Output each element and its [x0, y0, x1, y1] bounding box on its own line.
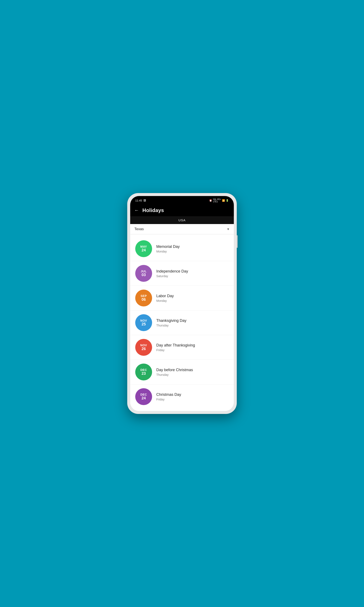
holiday-name: Independence Day: [156, 269, 188, 274]
date-day: 24: [142, 396, 146, 400]
date-month: Dec: [140, 393, 147, 396]
battery-icon: 🔋: [226, 199, 229, 202]
holiday-list: May24Memorial DayMondayJul03Independence…: [130, 234, 234, 411]
network-label: VoL 4G+LTE1: [213, 198, 221, 203]
holiday-name: Day after Thanksgiving: [156, 343, 195, 348]
holiday-info: Memorial DayMonday: [156, 244, 180, 253]
holiday-item[interactable]: Nov25Thanksgiving DayThursday: [130, 310, 234, 335]
date-day: 24: [142, 248, 146, 252]
holiday-weekday: Saturday: [156, 274, 188, 278]
date-month: Nov: [140, 343, 147, 347]
holiday-name: Thanksgiving Day: [156, 318, 186, 323]
date-circle: Dec24: [135, 388, 152, 405]
date-day: 06: [142, 298, 146, 302]
holiday-info: Independence DaySaturday: [156, 269, 188, 278]
chevron-down-icon: ▼: [227, 227, 230, 231]
holiday-item[interactable]: Nov26Day after ThanksgivingFriday: [130, 335, 234, 360]
page-title: Holidays: [143, 207, 164, 213]
state-selector[interactable]: Texas ▼: [130, 224, 234, 234]
date-circle: Sep06: [135, 290, 152, 306]
holiday-item[interactable]: Dec23Day before ChristmasThursday: [130, 360, 234, 384]
holiday-name: Christmas Day: [156, 393, 181, 397]
alarm-icon: ⏰: [209, 199, 212, 202]
holiday-name: Day before Christmas: [156, 368, 193, 372]
phone-frame: 11:45 🖼 ⏰ VoL 4G+LTE1 📶 🔋 ← Holidays USA…: [127, 193, 237, 414]
date-month: May: [140, 245, 147, 248]
date-circle: Nov25: [135, 314, 152, 331]
holiday-item[interactable]: May24Memorial DayMonday: [130, 237, 234, 261]
holiday-info: Day after ThanksgivingFriday: [156, 343, 195, 352]
date-month: Dec: [140, 368, 147, 371]
signal-icon: 📶: [222, 199, 225, 202]
state-label: Texas: [134, 227, 144, 231]
date-day: 03: [142, 273, 146, 277]
holiday-name: Memorial Day: [156, 244, 180, 249]
holiday-weekday: Thursday: [156, 373, 193, 376]
time-display: 11:45: [135, 199, 142, 202]
holiday-weekday: Monday: [156, 250, 180, 253]
date-month: Sep: [141, 294, 147, 298]
status-left: 11:45 🖼: [135, 199, 146, 202]
date-day: 23: [142, 371, 146, 376]
holiday-item[interactable]: Sep06Labor DayMonday: [130, 286, 234, 310]
date-month: Jul: [141, 270, 147, 273]
power-button: [237, 235, 238, 248]
date-circle: May24: [135, 240, 152, 257]
status-bar: 11:45 🖼 ⏰ VoL 4G+LTE1 📶 🔋: [130, 196, 234, 204]
back-button[interactable]: ←: [134, 208, 139, 213]
holiday-info: Thanksgiving DayThursday: [156, 318, 186, 327]
date-month: Nov: [140, 319, 147, 322]
holiday-item[interactable]: Jul03Independence DaySaturday: [130, 261, 234, 286]
date-day: 25: [142, 322, 146, 327]
holiday-weekday: Thursday: [156, 324, 186, 327]
main-content: Texas ▼ May24Memorial DayMondayJul03Inde…: [130, 224, 234, 411]
date-circle: Nov26: [135, 339, 152, 356]
date-circle: Jul03: [135, 265, 152, 282]
phone-screen: 11:45 🖼 ⏰ VoL 4G+LTE1 📶 🔋 ← Holidays USA…: [130, 196, 234, 411]
holiday-info: Christmas DayFriday: [156, 393, 181, 401]
holiday-weekday: Friday: [156, 348, 195, 352]
holiday-info: Labor DayMonday: [156, 294, 174, 303]
date-day: 26: [142, 347, 146, 351]
status-right: ⏰ VoL 4G+LTE1 📶 🔋: [209, 198, 229, 203]
app-header: ← Holidays: [130, 204, 234, 216]
holiday-weekday: Monday: [156, 299, 174, 303]
holiday-name: Labor Day: [156, 294, 174, 298]
date-circle: Dec23: [135, 364, 152, 381]
holiday-item[interactable]: Dec24Christmas DayFriday: [130, 384, 234, 409]
photo-icon: 🖼: [143, 199, 146, 202]
holiday-info: Day before ChristmasThursday: [156, 368, 193, 376]
holiday-weekday: Friday: [156, 398, 181, 401]
country-subtitle: USA: [130, 216, 234, 224]
